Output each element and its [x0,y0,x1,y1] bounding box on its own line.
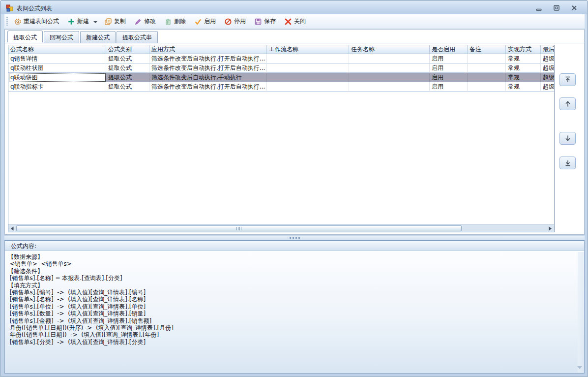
cell-formula-name[interactable]: q联动柱状图 [8,63,106,73]
horizontal-scrollbar[interactable] [8,224,554,232]
cell-formula-name[interactable]: q销售详情 [8,54,106,63]
tab-underline [5,43,584,43]
cell-task-name[interactable] [349,82,430,92]
delete-button[interactable]: 删除 [161,16,189,27]
move-up-button[interactable] [559,97,576,110]
cell-apply-mode[interactable]: 筛选条件改变后自动执行,手动执行 [149,73,267,82]
cell-last-modified[interactable]: 超级 [541,73,555,82]
panel-splitter[interactable] [4,236,585,241]
cell-last-modified[interactable]: 超级 [541,54,555,63]
scroll-down-arrow-icon[interactable] [577,366,582,369]
toolbar-label: 修改 [144,17,156,26]
cell-workflow-name[interactable] [267,54,349,63]
cell-formula-type[interactable]: 提取公式 [106,63,149,73]
scrollbar-thumb[interactable] [16,225,462,231]
cell-remark[interactable] [468,73,506,82]
new-button[interactable]: 新建 [64,16,92,27]
cell-enabled[interactable]: 启用 [430,63,468,73]
cell-workflow-name[interactable] [267,63,349,73]
cell-impl-mode[interactable]: 常规 [506,63,541,73]
arrow-up-icon [564,100,572,108]
edit-button[interactable]: 修改 [131,16,159,27]
cell-formula-type[interactable]: 提取公式 [106,54,149,63]
tab-writeback-formula[interactable]: 回写公式 [44,31,79,43]
cell-impl-mode[interactable]: 常规 [506,73,541,82]
maximize-button[interactable] [551,3,562,13]
column-header-remark[interactable]: 备注 [468,45,506,54]
toolbar-label: 复制 [114,17,126,26]
cell-workflow-name[interactable] [267,82,349,92]
cell-enabled[interactable]: 启用 [430,73,468,82]
dialog-window: 表间公式列表 [0,0,588,377]
gear-icon [14,18,22,26]
tab-strip: 提取公式 回写公式 新建公式 提取公式串 [7,31,158,43]
move-to-top-button[interactable] [559,73,576,86]
save-button[interactable]: 保存 [251,16,279,27]
disable-button[interactable]: 停用 [221,16,249,27]
table-row[interactable]: q销售详情 提取公式 筛选条件改变后自动执行,打开后自动执行... 启用 常规 … [8,54,554,63]
minimize-button[interactable] [533,3,545,13]
formula-vertical-scrollbar[interactable] [578,252,584,373]
tab-extract-formula-chain[interactable]: 提取公式串 [117,31,158,43]
cell-remark[interactable] [468,63,506,73]
rebuild-formula-button[interactable]: 重建表间公式 [11,16,62,27]
cell-apply-mode[interactable]: 筛选条件改变后自动执行,打开后自动执行... [149,54,267,63]
column-header-last-modified[interactable]: 最后 [541,45,555,54]
cell-apply-mode[interactable]: 筛选条件改变后自动执行,打开后自动执行... [149,63,267,73]
scroll-left-arrow-icon[interactable] [9,225,16,232]
column-header-formula-type[interactable]: 公式类别 [106,45,149,54]
column-header-apply-mode[interactable]: 应用方式 [149,45,267,54]
cell-formula-type[interactable]: 提取公式 [106,82,149,92]
column-header-workflow-name[interactable]: 工作流名称 [267,45,349,54]
cell-last-modified[interactable]: 超级 [541,82,555,92]
cell-enabled[interactable]: 启用 [430,54,468,63]
check-icon [194,18,202,26]
cell-enabled[interactable]: 启用 [430,82,468,92]
cell-apply-mode[interactable]: 筛选条件改变后自动执行,打开后自动执行... [149,82,267,92]
formula-list-panel: 提取公式 回写公式 新建公式 提取公式串 公式名称 公式类别 应用方式 工作流名… [4,29,585,235]
toolbar-label: 停用 [234,17,246,26]
toolbar-grip[interactable] [6,17,8,27]
maximize-icon [553,4,560,12]
toolbar-label: 关闭 [294,17,306,26]
cell-impl-mode[interactable]: 常规 [506,54,541,63]
save-icon [254,18,262,26]
cell-formula-name[interactable]: q联动指标卡 [8,82,106,92]
toolbar-label: 新建 [77,17,89,26]
cell-remark[interactable] [468,82,506,92]
scroll-right-arrow-icon[interactable] [547,225,554,232]
arrow-to-bottom-icon [564,159,572,167]
cell-formula-name[interactable]: q联动饼图 [8,73,106,82]
column-header-formula-name[interactable]: 公式名称 [8,45,106,54]
new-dropdown-arrow-icon[interactable] [93,21,97,23]
close-dialog-button[interactable]: 关闭 [281,16,309,27]
copy-button[interactable]: 复制 [101,16,129,27]
enable-button[interactable]: 启用 [191,16,219,27]
formula-content-text[interactable]: 【数据来源】 <销售单> <销售单s> 【筛选条件】 [销售单s].[名称] =… [5,251,584,373]
cell-task-name[interactable] [349,73,430,82]
cell-task-name[interactable] [349,63,430,73]
cell-workflow-name[interactable] [267,73,349,82]
formula-content-label: 公式内容: [5,241,584,251]
close-icon [570,4,578,12]
toolbar-label: 保存 [264,17,276,26]
tab-new-formula[interactable]: 新建公式 [80,31,116,43]
table-row-selected[interactable]: q联动饼图 提取公式 筛选条件改变后自动执行,手动执行 启用 常规 超级 [8,73,554,82]
move-down-button[interactable] [559,132,576,145]
cell-impl-mode[interactable]: 常规 [506,82,541,92]
move-to-bottom-button[interactable] [559,157,576,169]
title-bar[interactable]: 表间公式列表 [1,1,587,14]
cell-formula-type[interactable]: 提取公式 [106,73,149,82]
column-header-task-name[interactable]: 任务名称 [349,45,430,54]
tab-extract-formula[interactable]: 提取公式 [7,31,43,42]
column-header-enabled[interactable]: 是否启用 [430,45,468,54]
column-header-impl-mode[interactable]: 实现方式 [506,45,541,54]
cell-last-modified[interactable]: 超级 [541,63,555,73]
cell-remark[interactable] [468,54,506,63]
arrow-to-top-icon [564,76,572,84]
cell-task-name[interactable] [349,54,430,63]
table-row[interactable]: q联动指标卡 提取公式 筛选条件改变后自动执行,打开后自动执行... 启用 常规… [8,82,554,92]
toolbar: 重建表间公式 新建 复制 修改 [4,14,585,29]
close-button[interactable] [568,3,580,13]
table-row[interactable]: q联动柱状图 提取公式 筛选条件改变后自动执行,打开后自动执行... 启用 常规… [8,63,554,73]
